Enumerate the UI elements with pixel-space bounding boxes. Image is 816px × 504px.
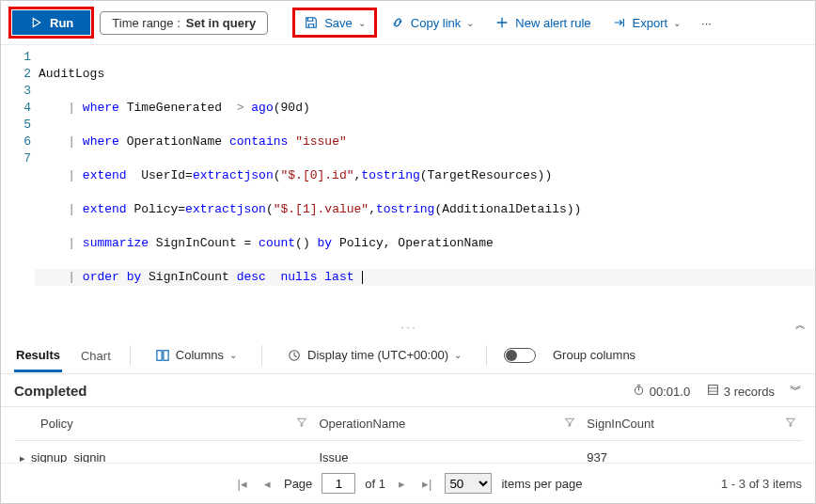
- link-icon: [390, 15, 405, 30]
- time-range-label: Time range :: [112, 16, 180, 30]
- columns-icon: [155, 348, 170, 363]
- chevron-down-icon: ⌄: [466, 18, 474, 28]
- tab-chart[interactable]: Chart: [79, 339, 113, 370]
- save-icon: [304, 15, 319, 30]
- code-area[interactable]: AuditLogs | where TimeGenerated > ago(90…: [39, 49, 815, 320]
- filter-icon[interactable]: [296, 417, 307, 431]
- stopwatch-icon: [631, 382, 646, 397]
- page-size-select[interactable]: 50: [445, 473, 492, 494]
- line-gutter: 1 2 3 4 5 6 7: [1, 49, 39, 320]
- run-highlight: Run: [8, 7, 94, 39]
- more-button[interactable]: ···: [694, 12, 719, 34]
- play-icon: [29, 15, 44, 30]
- col-operation[interactable]: OperationName: [313, 407, 581, 441]
- chevron-down-icon: ⌄: [454, 350, 462, 360]
- page-next-icon[interactable]: ▸: [395, 477, 409, 491]
- svg-rect-5: [708, 385, 717, 394]
- app-frame: Run Time range : Set in query Save ⌄ Cop…: [0, 0, 816, 504]
- run-button[interactable]: Run: [12, 10, 90, 35]
- page-last-icon[interactable]: ▸|: [418, 477, 435, 491]
- divider: [130, 345, 131, 366]
- status-bar: Completed 00:01.0 3 records ︾: [1, 374, 815, 407]
- divider: [486, 345, 487, 366]
- expand-caret-icon[interactable]: ▸: [20, 452, 31, 463]
- toolbar: Run Time range : Set in query Save ⌄ Cop…: [1, 1, 815, 45]
- chevron-down-icon: ⌄: [229, 350, 237, 360]
- columns-button[interactable]: Columns ⌄: [148, 344, 244, 367]
- records-icon: [705, 382, 720, 397]
- group-columns-toggle[interactable]: [504, 348, 536, 363]
- save-button[interactable]: Save ⌄: [296, 11, 373, 34]
- page-of-label: of 1: [365, 477, 385, 491]
- results-tabs: Results Chart Columns ⌄ Display time (UT…: [1, 337, 815, 374]
- group-columns-label: Group columns: [553, 348, 636, 362]
- col-policy[interactable]: Policy: [14, 407, 313, 441]
- results-grid: Policy OperationName SignInCount: [1, 407, 815, 463]
- svg-marker-0: [33, 19, 40, 27]
- time-range-pill[interactable]: Time range : Set in query: [100, 11, 268, 35]
- copy-link-label: Copy link: [411, 16, 461, 30]
- results-table: Policy OperationName SignInCount: [14, 407, 802, 463]
- time-range-value: Set in query: [186, 16, 256, 30]
- collapse-up-icon[interactable]: ︽: [795, 318, 806, 332]
- new-alert-button[interactable]: New alert rule: [487, 11, 598, 34]
- col-count[interactable]: SignInCount: [581, 407, 802, 441]
- chevron-down-icon: ⌄: [358, 18, 366, 28]
- page-input[interactable]: [322, 473, 355, 494]
- export-icon: [612, 15, 627, 30]
- run-label: Run: [50, 16, 73, 30]
- clock-icon: [287, 348, 302, 363]
- columns-label: Columns: [176, 348, 224, 362]
- display-time-label: Display time (UTC+00:00): [307, 348, 448, 362]
- export-label: Export: [633, 16, 668, 30]
- table-row[interactable]: ▸signup_signin Issue 937: [14, 441, 802, 464]
- save-highlight: Save ⌄: [292, 8, 377, 38]
- items-per-page-label: items per page: [501, 477, 582, 491]
- tab-results[interactable]: Results: [14, 339, 62, 372]
- svg-rect-1: [157, 350, 162, 360]
- record-count: 3 records: [705, 382, 775, 399]
- export-button[interactable]: Export ⌄: [604, 11, 689, 34]
- copy-link-button[interactable]: Copy link ⌄: [383, 11, 481, 34]
- more-label: ···: [701, 16, 712, 30]
- status-label: Completed: [14, 383, 87, 399]
- chevron-down-icon: ⌄: [673, 18, 681, 28]
- save-label: Save: [324, 16, 353, 30]
- expand-down-icon[interactable]: ︾: [790, 382, 802, 399]
- plus-icon: [494, 15, 510, 30]
- pager-range: 1 - 3 of 3 items: [721, 477, 802, 491]
- page-prev-icon[interactable]: ◂: [260, 477, 275, 491]
- filter-icon[interactable]: [564, 417, 575, 431]
- svg-rect-2: [164, 350, 168, 360]
- filter-icon[interactable]: [785, 417, 796, 431]
- pane-splitter[interactable]: · · · ︽: [1, 320, 815, 337]
- divider: [261, 345, 262, 366]
- page-label: Page: [284, 477, 312, 491]
- pager: |◂ ◂ Page of 1 ▸ ▸| 50 items per page 1 …: [1, 463, 815, 503]
- new-alert-label: New alert rule: [515, 16, 590, 30]
- page-first-icon[interactable]: |◂: [234, 477, 251, 491]
- elapsed-time: 00:01.0: [631, 382, 690, 399]
- display-time-button[interactable]: Display time (UTC+00:00) ⌄: [279, 344, 469, 367]
- query-editor[interactable]: 1 2 3 4 5 6 7 AuditLogs | where TimeGene…: [1, 45, 815, 320]
